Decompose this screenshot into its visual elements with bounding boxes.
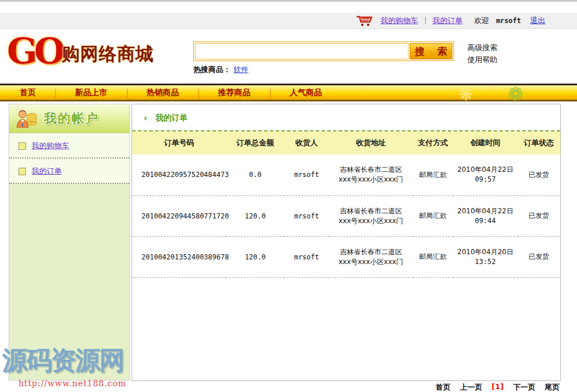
payment-method: 邮局汇款 (413, 195, 453, 236)
logout-link[interactable]: 退出 (530, 16, 545, 26)
order-no: 201004201352400389678 (132, 236, 226, 277)
table-row: 201004220957520484473 0.0 mrsoft 吉林省长春市二… (132, 154, 560, 195)
logo-cn-text: 购网络商城 (62, 43, 154, 64)
flower-decoration-icon: ❁ (508, 83, 523, 105)
my-orders-link[interactable]: 我的订单 (433, 16, 463, 26)
site-header: GO购网络商城 搜 索 热搜商品： 软件 高级搜索 使用帮助 (0, 29, 577, 84)
table-row: 201004201352400389678 120.0 mrsoft 吉林省长春… (132, 236, 560, 277)
square-bullet-icon (18, 168, 26, 175)
consignee: mrsoft (284, 236, 329, 277)
address: 吉林省长春市二道区 xxx号xxx小区xxx门 (329, 236, 413, 277)
header-help-links: 高级搜索 使用帮助 (467, 42, 497, 66)
col-status: 订单状态 (518, 131, 560, 154)
top-utility-bar: 我的购物车 我的订单 欢迎 mrsoft 退出 (0, 13, 577, 29)
sidebar-header: 我的帐户 (9, 104, 129, 133)
col-consignee: 收货人 (284, 131, 329, 154)
hot-search-link[interactable]: 软件 (234, 65, 249, 74)
square-bullet-icon (18, 142, 26, 150)
help-link[interactable]: 使用帮助 (467, 54, 497, 66)
welcome-label: 欢迎 (474, 16, 489, 26)
search-box: 搜 索 (193, 42, 454, 61)
orders-table: 订单号码 订单总金额 收货人 收货地址 支付方式 创建时间 订单状态 20100… (132, 131, 560, 278)
my-cart-link[interactable]: 我的购物车 (381, 16, 418, 26)
separator (425, 17, 426, 24)
order-status: 已发货 (518, 195, 560, 236)
sidebar-item-label[interactable]: 我的订单 (32, 166, 62, 176)
order-no: 201004220944580771720 (132, 195, 226, 236)
flower-decoration-icon: ❋ (459, 84, 473, 104)
order-amount: 120.0 (226, 236, 284, 277)
nav-item-hot[interactable]: 热销商品 (127, 88, 198, 98)
advanced-search-link[interactable]: 高级搜索 (467, 42, 497, 54)
created-time: 2010年04月20日 13:52 (453, 236, 517, 277)
top-border-line (0, 0, 577, 2)
site-logo[interactable]: GO购网络商城 (7, 30, 154, 72)
chevron-right-icon: › (144, 113, 147, 123)
payment-method: 邮局汇款 (413, 154, 453, 195)
order-status: 已发货 (518, 154, 560, 195)
created-time: 2010年04月22日 09:57 (453, 154, 517, 195)
col-address: 收货地址 (329, 131, 413, 154)
hot-search-label: 热搜商品： (193, 65, 231, 74)
cart-icon[interactable] (355, 15, 374, 27)
nav-item-new[interactable]: 新品上市 (55, 88, 127, 98)
page-first[interactable]: 首页 (436, 382, 451, 392)
page-current: [1] (492, 382, 504, 392)
account-icon (15, 108, 38, 130)
order-no: 201004220957520484473 (132, 154, 226, 195)
pagination: 首页 上一页 [1] 下一页 尾页 (436, 382, 560, 392)
page-last[interactable]: 尾页 (545, 382, 560, 392)
nav-item-popular[interactable]: 人气商品 (270, 88, 342, 98)
table-header-row: 订单号码 订单总金额 收货人 收货地址 支付方式 创建时间 订单状态 (132, 131, 560, 154)
orders-panel: › 我的订单 订单号码 订单总金额 收货人 收货地址 支付方式 创建时间 订单状… (132, 104, 561, 381)
sidebar-item-orders[interactable]: 我的订单 (9, 159, 129, 184)
address: 吉林省长春市二道区 xxx号xxx小区xxx门 (329, 195, 413, 236)
search-input[interactable] (195, 43, 409, 59)
logo-go-text: GO (7, 30, 62, 72)
order-status: 已发货 (518, 236, 560, 277)
col-payment: 支付方式 (413, 131, 453, 154)
main-nav: 首页 新品上市 热销商品 推荐商品 人气商品 ❋ ❁ (0, 84, 577, 101)
created-time: 2010年04月22日 09:44 (453, 195, 517, 236)
hot-search-row: 热搜商品： 软件 (193, 65, 249, 75)
col-amount: 订单总金额 (226, 131, 284, 154)
page-prev[interactable]: 上一页 (460, 382, 482, 392)
nav-item-recommend[interactable]: 推荐商品 (198, 88, 270, 98)
order-amount: 120.0 (226, 195, 284, 236)
username: mrsoft (496, 17, 521, 25)
sidebar-filler (9, 184, 129, 380)
sidebar-item-label[interactable]: 我的购物车 (32, 141, 69, 151)
address: 吉林省长春市二道区 xxx号xxx小区xxx门 (329, 154, 413, 195)
table-row: 201004220944580771720 120.0 mrsoft 吉林省长春… (132, 195, 560, 236)
sidebar-item-cart[interactable]: 我的购物车 (9, 133, 129, 159)
search-button[interactable]: 搜 索 (410, 43, 452, 59)
consignee: mrsoft (284, 195, 329, 236)
page-title: › 我的订单 (132, 104, 560, 131)
sidebar-title: 我的帐户 (44, 110, 99, 127)
payment-method: 邮局汇款 (413, 236, 453, 277)
col-order-no: 订单号码 (132, 131, 226, 154)
account-sidebar: 我的帐户 我的购物车 我的订单 (9, 104, 130, 380)
page-next[interactable]: 下一页 (513, 382, 535, 392)
col-created: 创建时间 (453, 131, 517, 154)
consignee: mrsoft (284, 154, 329, 195)
order-amount: 0.0 (226, 154, 284, 195)
page-title-text: 我的订单 (155, 113, 188, 123)
nav-item-home[interactable]: 首页 (0, 88, 55, 98)
